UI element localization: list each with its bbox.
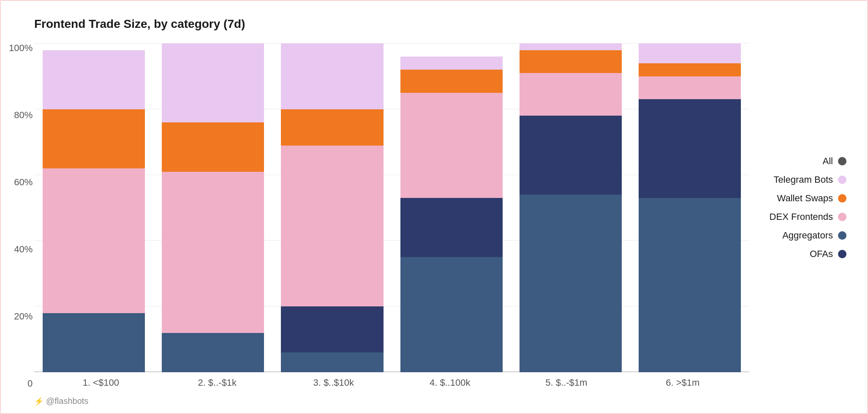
bar-group	[281, 43, 383, 372]
x-axis-label: 4. $..100k	[392, 377, 509, 388]
y-axis-label: 0	[27, 379, 33, 388]
legend-label: Wallet Swaps	[777, 193, 833, 204]
bar-segment-wallet-swaps	[639, 63, 741, 76]
bar-segment-wallet-swaps	[281, 109, 383, 146]
bar-stack	[43, 43, 145, 372]
bar-segment-wallet-swaps	[520, 50, 622, 73]
bar-stack	[400, 43, 503, 372]
bar-stack	[162, 43, 264, 372]
legend-label: Telegram Bots	[773, 174, 833, 185]
bar-segment-ofas	[400, 257, 503, 372]
legend-label: DEX Frontends	[770, 211, 833, 222]
watermark-icon: ⚡	[34, 397, 44, 406]
chart-area: 100%80%60%40%20%0 1. <$1002. $..-$1k3. $…	[34, 43, 749, 388]
legend-item: Telegram Bots	[766, 174, 846, 185]
x-axis-label: 5. $..-$1m	[508, 377, 625, 388]
x-axis-label: 6. >$1m	[625, 377, 741, 388]
chart-container: Frontend Trade Size, by category (7d) 10…	[0, 0, 868, 414]
bar-segment-dex-frontends	[281, 146, 383, 307]
y-axis: 100%80%60%40%20%0	[9, 43, 33, 388]
bar-segment-aggregators	[281, 306, 383, 352]
y-axis-label: 60%	[14, 178, 33, 187]
legend-color-dot	[838, 231, 846, 240]
y-axis-label: 80%	[14, 111, 33, 120]
bar-group	[400, 43, 503, 372]
bar-segment-telegram-bots	[162, 43, 264, 122]
bar-segment-dex-frontends	[162, 172, 264, 333]
legend-label: OFAs	[810, 249, 833, 260]
y-axis-label: 20%	[14, 312, 33, 321]
bar-segment-ofas	[639, 198, 741, 372]
bar-segment-ofas	[162, 333, 264, 372]
x-axis: 1. <$1002. $..-$1k3. $..$10k4. $..100k5.…	[34, 377, 749, 388]
watermark: ⚡ @flashbots	[34, 396, 88, 406]
legend-color-dot	[838, 194, 846, 203]
bars-row	[34, 43, 749, 372]
legend: AllTelegram BotsWallet SwapsDEX Frontend…	[749, 43, 859, 388]
bar-segment-telegram-bots	[639, 43, 741, 63]
bar-group	[43, 43, 145, 372]
bar-segment-ofas	[281, 352, 383, 372]
bar-segment-wallet-swaps	[162, 122, 264, 172]
chart-title: Frontend Trade Size, by category (7d)	[34, 17, 859, 31]
bar-segment-ofas	[43, 313, 145, 372]
legend-label: Aggregators	[782, 230, 833, 241]
bar-group	[639, 43, 741, 372]
y-axis-label: 100%	[9, 43, 33, 53]
legend-color-dot	[838, 157, 846, 165]
x-axis-label: 3. $..$10k	[275, 377, 392, 388]
bar-stack	[520, 43, 622, 372]
x-axis-label: 1. <$100	[43, 377, 159, 388]
bar-segment-telegram-bots	[400, 57, 503, 70]
gridlines-bars	[34, 43, 749, 372]
legend-item: All	[766, 156, 846, 167]
chart-body: 100%80%60%40%20%0 1. <$1002. $..-$1k3. $…	[34, 43, 859, 388]
bar-segment-telegram-bots	[43, 50, 145, 109]
bar-segment-aggregators	[400, 198, 503, 257]
bar-segment-dex-frontends	[520, 73, 622, 116]
bar-segment-telegram-bots	[281, 43, 383, 109]
bar-segment-dex-frontends	[400, 93, 503, 198]
bar-group	[520, 43, 622, 372]
legend-item: OFAs	[766, 249, 846, 260]
bar-group	[162, 43, 264, 372]
legend-item: DEX Frontends	[766, 211, 846, 222]
legend-color-dot	[838, 213, 846, 221]
legend-label: All	[823, 156, 833, 167]
legend-item: Wallet Swaps	[766, 193, 846, 204]
bar-stack	[281, 43, 383, 372]
bar-segment-dex-frontends	[639, 76, 741, 100]
bar-segment-ofas	[520, 195, 622, 372]
bar-stack	[639, 43, 741, 372]
y-axis-label: 40%	[14, 245, 33, 254]
bar-segment-aggregators	[639, 99, 741, 198]
watermark-text: @flashbots	[46, 396, 88, 406]
bar-segment-wallet-swaps	[400, 70, 503, 93]
bar-segment-aggregators	[520, 116, 622, 195]
bar-segment-dex-frontends	[43, 168, 145, 313]
x-axis-label: 2. $..-$1k	[159, 377, 276, 388]
legend-item: Aggregators	[766, 230, 846, 241]
bar-segment-wallet-swaps	[43, 109, 145, 168]
bar-segment-telegram-bots	[520, 43, 622, 50]
legend-color-dot	[838, 250, 846, 258]
legend-color-dot	[838, 176, 846, 184]
